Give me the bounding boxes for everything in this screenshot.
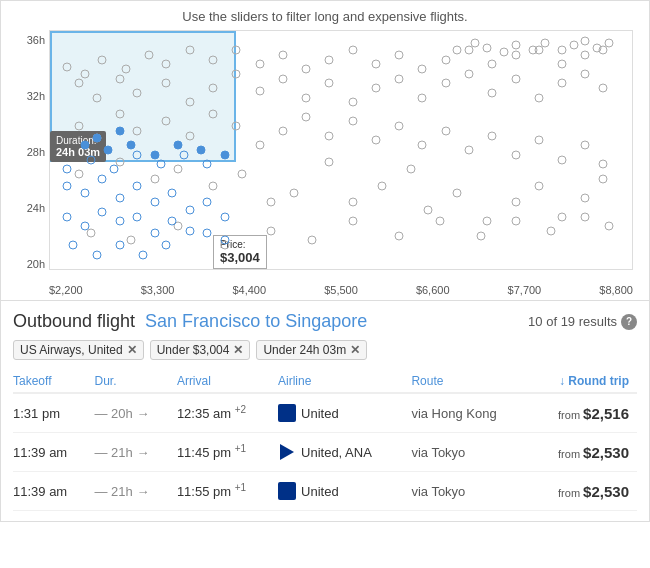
price-from: from bbox=[558, 409, 583, 421]
col-arrival-header[interactable]: Arrival bbox=[177, 370, 278, 393]
scatter-dot bbox=[511, 198, 520, 207]
filter-tags: US Airways, United ✕ Under $3,004 ✕ Unde… bbox=[13, 340, 637, 360]
scatter-dot bbox=[168, 217, 177, 226]
scatter-dot bbox=[453, 188, 462, 197]
results-section: Outbound flight San Francisco to Singapo… bbox=[0, 301, 650, 522]
filter-tag-duration[interactable]: Under 24h 03m ✕ bbox=[256, 340, 367, 360]
scatter-dot bbox=[133, 150, 142, 159]
price-cell: from $2,516 bbox=[534, 393, 637, 433]
scatter-dot bbox=[488, 60, 497, 69]
results-route: San Francisco to Singapore bbox=[145, 311, 367, 332]
scatter-dot bbox=[115, 193, 124, 202]
scatter-dot bbox=[604, 38, 613, 47]
scatter-dot bbox=[604, 222, 613, 231]
chart-plot-area[interactable]: Duration: 24h 03m Price: $3,004 bbox=[49, 30, 633, 270]
scatter-dot bbox=[115, 74, 124, 83]
duration-cell: — 20h → bbox=[94, 393, 176, 433]
scatter-dot bbox=[98, 174, 107, 183]
scatter-dot bbox=[278, 74, 287, 83]
scatter-dot bbox=[395, 50, 404, 59]
price-from: from bbox=[558, 448, 583, 460]
scatter-dot bbox=[162, 117, 171, 126]
y-label-32: 32h bbox=[27, 90, 45, 102]
table-row[interactable]: 11:39 am — 21h → 11:45 pm +1 United, ANA… bbox=[13, 433, 637, 472]
scatter-dot bbox=[127, 141, 136, 150]
scatter-dot bbox=[75, 122, 84, 131]
scatter-dot bbox=[121, 65, 130, 74]
scatter-dot bbox=[540, 38, 549, 47]
scatter-dot bbox=[453, 46, 462, 55]
scatter-dot bbox=[581, 36, 590, 45]
col-dur-header[interactable]: Dur. bbox=[94, 370, 176, 393]
scatter-dot bbox=[418, 141, 427, 150]
scatter-dot bbox=[232, 69, 241, 78]
price-amount: $2,516 bbox=[583, 405, 629, 422]
scatter-dot bbox=[92, 93, 101, 102]
scatter-dot bbox=[115, 217, 124, 226]
y-label-36: 36h bbox=[27, 34, 45, 46]
scatter-dot bbox=[220, 212, 229, 221]
scatter-dot bbox=[86, 155, 95, 164]
scatter-dot bbox=[435, 217, 444, 226]
filter-tag-airlines[interactable]: US Airways, United ✕ bbox=[13, 340, 144, 360]
filter-tag-duration-remove[interactable]: ✕ bbox=[350, 343, 360, 357]
scatter-dot bbox=[98, 207, 107, 216]
scatter-dot bbox=[581, 50, 590, 59]
scatter-dot bbox=[98, 55, 107, 64]
scatter-dot bbox=[63, 165, 72, 174]
x-label-6: $7,700 bbox=[508, 284, 542, 296]
scatter-dot bbox=[208, 110, 217, 119]
col-roundtrip-header[interactable]: ↓ Round trip bbox=[534, 370, 637, 393]
chart-instruction: Use the sliders to filter long and expen… bbox=[1, 9, 649, 24]
filter-tag-price[interactable]: Under $3,004 ✕ bbox=[150, 340, 251, 360]
takeoff-cell: 11:39 am bbox=[13, 433, 94, 472]
scatter-dot bbox=[377, 181, 386, 190]
scatter-dot bbox=[598, 174, 607, 183]
scatter-dot bbox=[488, 88, 497, 97]
results-count: 10 of 19 results ? bbox=[528, 314, 637, 330]
scatter-dot bbox=[63, 212, 72, 221]
scatter-dot bbox=[220, 150, 229, 159]
col-airline-header[interactable]: Airline bbox=[278, 370, 411, 393]
scatter-dot bbox=[465, 69, 474, 78]
scatter-dot bbox=[168, 188, 177, 197]
scatter-dot bbox=[395, 122, 404, 131]
scatter-dot bbox=[75, 169, 84, 178]
table-row[interactable]: 1:31 pm — 20h → 12:35 am +2 United via H… bbox=[13, 393, 637, 433]
scatter-dot bbox=[150, 198, 159, 207]
x-label-3: $4,400 bbox=[232, 284, 266, 296]
scatter-dot bbox=[162, 79, 171, 88]
scatter-dot bbox=[133, 126, 142, 135]
col-takeoff-header[interactable]: Takeoff bbox=[13, 370, 94, 393]
scatter-dot bbox=[476, 231, 485, 240]
scatter-dot bbox=[534, 181, 543, 190]
scatter-dot bbox=[325, 79, 334, 88]
scatter-dot bbox=[395, 231, 404, 240]
scatter-dot bbox=[534, 136, 543, 145]
scatter-dot bbox=[418, 65, 427, 74]
col-route-header[interactable]: Route bbox=[411, 370, 533, 393]
help-icon[interactable]: ? bbox=[621, 314, 637, 330]
table-row[interactable]: 11:39 am — 21h → 11:55 pm +1 United via … bbox=[13, 472, 637, 511]
takeoff-cell: 11:39 am bbox=[13, 472, 94, 511]
scatter-dot bbox=[511, 150, 520, 159]
scatter-dot bbox=[92, 250, 101, 259]
price-cell: from $2,530 bbox=[534, 433, 637, 472]
scatter-dot bbox=[470, 38, 479, 47]
scatter-dot bbox=[278, 126, 287, 135]
filter-tag-airlines-remove[interactable]: ✕ bbox=[127, 343, 137, 357]
scatter-dot bbox=[418, 93, 427, 102]
scatter-dot bbox=[127, 236, 136, 245]
arrival-sup: +2 bbox=[235, 404, 246, 415]
scatter-dot bbox=[302, 65, 311, 74]
scatter-dot bbox=[482, 43, 491, 52]
filter-tag-price-remove[interactable]: ✕ bbox=[233, 343, 243, 357]
scatter-dot bbox=[267, 198, 276, 207]
arrival-sup: +1 bbox=[235, 482, 246, 493]
scatter-dot bbox=[465, 146, 474, 155]
scatter-dot bbox=[203, 160, 212, 169]
scatter-dot bbox=[115, 241, 124, 250]
scatter-dot bbox=[424, 205, 433, 214]
scatter-dot bbox=[278, 50, 287, 59]
chart-section: Use the sliders to filter long and expen… bbox=[0, 0, 650, 301]
